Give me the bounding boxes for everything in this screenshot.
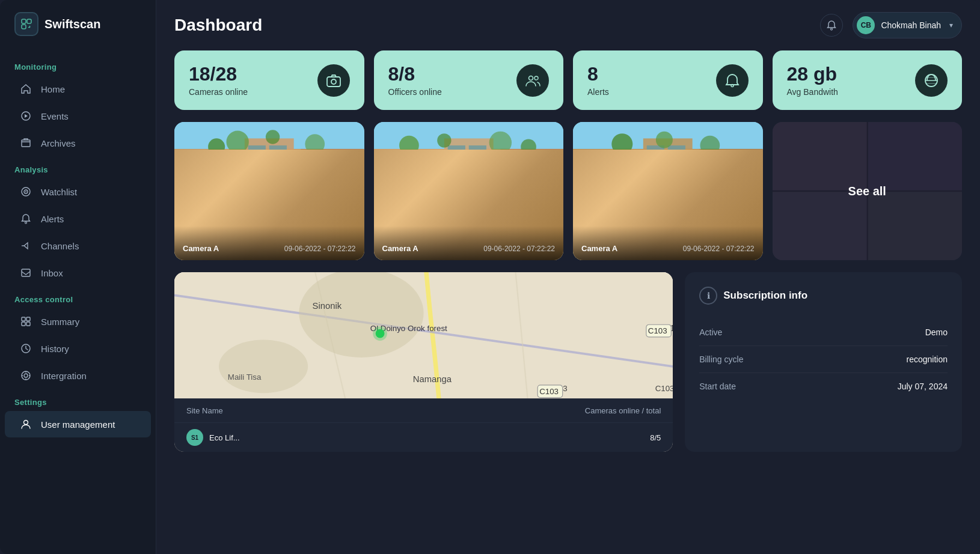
camera-card-3[interactable]: Camera A 09-06-2022 - 07:22:22 bbox=[573, 122, 763, 260]
svg-rect-48 bbox=[444, 139, 493, 240]
svg-point-60 bbox=[437, 133, 451, 147]
see-all-label: See all bbox=[848, 184, 886, 198]
sidebar-item-channels[interactable]: Channels bbox=[5, 233, 151, 259]
sub-key: Start date bbox=[699, 382, 736, 391]
history-icon bbox=[19, 342, 32, 355]
cameras-row: Camera A 09-06-2022 - 07:22:22 bbox=[174, 122, 962, 260]
sidebar-item-label-watchlist: Watchlist bbox=[41, 187, 77, 197]
svg-rect-73 bbox=[668, 145, 685, 166]
stat-label-officers: Officers online bbox=[388, 87, 442, 97]
watchlist-icon bbox=[19, 185, 32, 198]
subscription-panel: ℹ Subscription info Active Demo Billing … bbox=[685, 272, 962, 452]
svg-point-41 bbox=[208, 139, 225, 156]
sidebar-item-alerts[interactable]: Alerts bbox=[5, 205, 151, 232]
sidebar-section-monitoring: Monitoring bbox=[0, 54, 156, 75]
header: Dashboard CB Chokmah Binah ▾ bbox=[156, 0, 980, 50]
svg-point-17 bbox=[22, 371, 30, 380]
svg-rect-13 bbox=[22, 322, 25, 326]
svg-point-24 bbox=[731, 84, 733, 87]
svg-point-7 bbox=[25, 191, 26, 192]
stat-card-cameras: 18/28 Cameras online bbox=[174, 50, 364, 110]
svg-text:C103: C103 bbox=[539, 387, 559, 396]
home-icon bbox=[19, 82, 32, 96]
svg-rect-66 bbox=[643, 139, 693, 240]
camera-card-1[interactable]: Camera A 09-06-2022 - 07:22:22 bbox=[174, 122, 364, 260]
notification-button[interactable] bbox=[820, 14, 843, 37]
sidebar-item-inbox[interactable]: Inbox bbox=[5, 260, 151, 286]
camera-name-3: Camera A bbox=[581, 244, 617, 253]
user-menu-button[interactable]: CB Chokmah Binah ▾ bbox=[853, 12, 962, 38]
integration-icon bbox=[19, 369, 32, 382]
svg-rect-37 bbox=[248, 172, 266, 193]
info-icon: ℹ bbox=[699, 287, 717, 305]
camera-card-2[interactable]: Camera A 09-06-2022 - 07:22:22 bbox=[374, 122, 564, 260]
sidebar-item-history[interactable]: History bbox=[5, 335, 151, 362]
sub-key: Active bbox=[699, 327, 722, 337]
subscription-fields: Active Demo Billing cycle recognition St… bbox=[699, 319, 948, 400]
sidebar-item-archives[interactable]: Archives bbox=[5, 130, 151, 156]
svg-rect-31 bbox=[185, 160, 199, 177]
svg-rect-0 bbox=[22, 19, 26, 23]
sidebar-item-integration[interactable]: Intergration bbox=[5, 362, 151, 389]
svg-rect-34 bbox=[203, 184, 216, 202]
user-management-icon bbox=[19, 418, 32, 431]
svg-rect-33 bbox=[185, 184, 199, 202]
sidebar-item-label-alerts: Alerts bbox=[41, 214, 64, 224]
svg-text:C103: C103 bbox=[655, 384, 673, 393]
sidebar-item-user-management[interactable]: User management bbox=[5, 411, 151, 437]
app-container: Swiftscan MonitoringHomeEventsArchivesAn… bbox=[0, 0, 980, 554]
sidebar-item-label-events: Events bbox=[41, 111, 69, 121]
svg-rect-69 bbox=[601, 160, 615, 177]
sidebar-item-label-inbox: Inbox bbox=[41, 268, 63, 278]
logo-icon bbox=[14, 12, 38, 36]
svg-rect-80 bbox=[773, 122, 868, 191]
sidebar-item-label-integration: Intergration bbox=[41, 371, 87, 381]
svg-rect-65 bbox=[580, 153, 636, 237]
svg-point-21 bbox=[331, 79, 336, 84]
svg-point-22 bbox=[529, 76, 533, 80]
stat-card-alerts: 8 Alerts bbox=[573, 50, 763, 110]
logo-text: Swiftscan bbox=[44, 17, 100, 31]
table-row: S1 Eco Lif... 8/5 bbox=[174, 422, 673, 452]
sidebar-item-events[interactable]: Events bbox=[5, 103, 151, 129]
chevron-down-icon: ▾ bbox=[949, 21, 953, 29]
dashboard-body: 18/28 Cameras online 8/8 Officers online… bbox=[156, 50, 980, 554]
sidebar-item-summary[interactable]: Summary bbox=[5, 308, 151, 335]
svg-rect-11 bbox=[22, 317, 25, 321]
site-name-cell: S1 Eco Lif... bbox=[186, 429, 240, 446]
camera-name-2: Camera A bbox=[382, 244, 418, 253]
sidebar-item-watchlist[interactable]: Watchlist bbox=[5, 178, 151, 205]
sidebar-sections: MonitoringHomeEventsArchivesAnalysisWatc… bbox=[0, 54, 156, 438]
svg-text:Sinonik: Sinonik bbox=[313, 301, 342, 311]
svg-point-103 bbox=[373, 326, 387, 341]
sidebar-section-analysis: Analysis bbox=[0, 157, 156, 178]
svg-point-42 bbox=[226, 131, 248, 153]
site-dot: S1 bbox=[186, 429, 203, 446]
svg-rect-4 bbox=[22, 140, 30, 147]
stat-value-officers: 8/8 bbox=[388, 64, 442, 85]
map-table-header: Site Name Cameras online / total bbox=[174, 398, 673, 422]
svg-text:Namanga: Namanga bbox=[413, 375, 452, 385]
see-all-card[interactable]: See all bbox=[773, 122, 963, 260]
svg-rect-36 bbox=[269, 145, 287, 166]
svg-rect-81 bbox=[867, 122, 962, 191]
svg-rect-75 bbox=[724, 156, 741, 177]
sidebar-item-home[interactable]: Home bbox=[5, 76, 151, 102]
events-icon bbox=[19, 109, 32, 123]
stat-info-officers: 8/8 Officers online bbox=[388, 64, 442, 97]
cameras-value: 8/5 bbox=[650, 433, 661, 442]
alerts-icon bbox=[19, 212, 32, 225]
svg-rect-39 bbox=[325, 156, 343, 177]
svg-point-19 bbox=[831, 28, 833, 30]
camera-time-2: 09-06-2022 - 07:22:22 bbox=[483, 245, 555, 253]
svg-rect-47 bbox=[381, 153, 436, 237]
channels-icon bbox=[19, 239, 32, 252]
subscription-title: Subscription info bbox=[723, 290, 807, 302]
sidebar-section-settings: Settings bbox=[0, 389, 156, 410]
logo-area: Swiftscan bbox=[0, 12, 156, 54]
svg-point-16 bbox=[24, 374, 28, 377]
svg-rect-1 bbox=[27, 19, 31, 23]
svg-point-23 bbox=[534, 76, 538, 80]
svg-point-77 bbox=[656, 132, 673, 148]
svg-rect-58 bbox=[525, 156, 542, 177]
